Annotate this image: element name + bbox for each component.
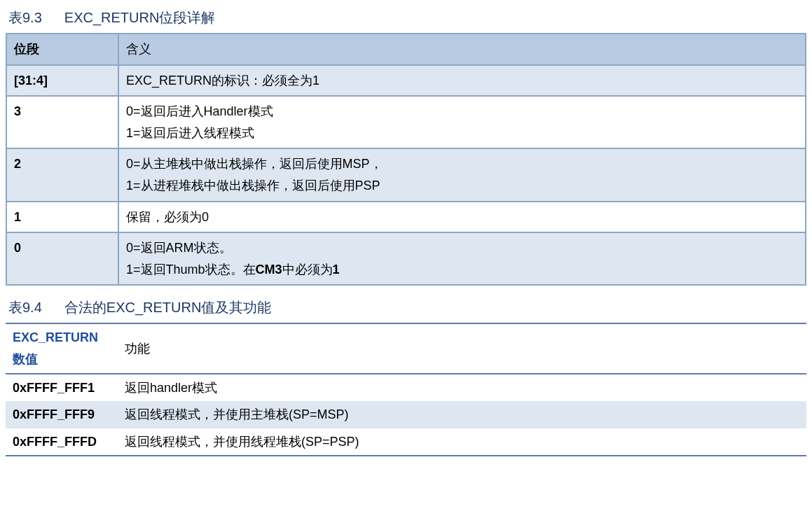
table-row: 3 0=返回后进入Handler模式 1=返回后进入线程模式 — [6, 96, 806, 148]
desc-cell: 0=从主堆栈中做出栈操作，返回后使用MSP， 1=从进程堆栈中做出栈操作，返回后… — [118, 148, 806, 201]
bits-cell: 2 — [6, 148, 118, 201]
table2-caption-text: 合法的EXC_RETURN值及其功能 — [64, 300, 272, 315]
value-cell: 0xFFFF_FFF9 — [6, 401, 118, 428]
bits-cell: [31:4] — [6, 65, 118, 97]
table-row: [31:4] EXC_RETURN的标识：必须全为1 — [6, 65, 806, 97]
table-row: 2 0=从主堆栈中做出栈操作，返回后使用MSP， 1=从进程堆栈中做出栈操作，返… — [6, 148, 806, 201]
desc-line: 0=从主堆栈中做出栈操作，返回后使用MSP， — [126, 153, 798, 175]
value-cell: 0xFFFF_FFF1 — [6, 374, 118, 402]
table-row: 1 保留，必须为0 — [6, 202, 806, 233]
desc-line: 1=返回Thumb状态。在CM3中必须为1 — [126, 259, 798, 281]
table-row: 0xFFFF_FFF9 返回线程模式，并使用主堆栈(SP=MSP) — [6, 401, 806, 428]
desc-line: 1=从进程堆栈中做出栈操作，返回后使用PSP — [126, 175, 798, 197]
table-row: 0 0=返回ARM状态。 1=返回Thumb状态。在CM3中必须为1 — [6, 232, 806, 285]
table1-header-bits: 位段 — [6, 34, 118, 65]
bits-cell: 0 — [6, 232, 118, 285]
table2-caption: 表9.4合法的EXC_RETURN值及其功能 — [6, 295, 806, 323]
desc-cell: 0=返回ARM状态。 1=返回Thumb状态。在CM3中必须为1 — [118, 232, 806, 285]
desc-line: 0=返回后进入Handler模式 — [126, 101, 798, 122]
desc-line: 1=返回后进入线程模式 — [126, 122, 798, 144]
header-line: 数值 — [13, 349, 111, 370]
header-line: EXC_RETURN — [13, 327, 111, 349]
func-cell: 返回线程模式，并使用主堆栈(SP=MSP) — [118, 401, 806, 428]
table2-caption-number: 表9.4 — [8, 300, 42, 315]
bits-cell: 1 — [6, 202, 118, 233]
func-cell: 返回线程模式，并使用线程堆栈(SP=PSP) — [118, 428, 806, 456]
table1-caption-number: 表9.3 — [8, 10, 42, 25]
table-row: 0xFFFF_FFFD 返回线程模式，并使用线程堆栈(SP=PSP) — [6, 428, 806, 456]
bits-cell: 3 — [6, 96, 118, 148]
table-row: 0xFFFF_FFF1 返回handler模式 — [6, 374, 806, 402]
table1-caption-text: EXC_RETURN位段详解 — [64, 10, 216, 25]
desc-cell: 0=返回后进入Handler模式 1=返回后进入线程模式 — [118, 96, 806, 148]
table1-caption: 表9.3EXC_RETURN位段详解 — [6, 6, 806, 33]
table1-header-meaning: 含义 — [118, 34, 806, 65]
func-cell: 返回handler模式 — [118, 374, 806, 402]
desc-cell: EXC_RETURN的标识：必须全为1 — [118, 65, 806, 97]
exc-return-values-table: EXC_RETURN 数值 功能 0xFFFF_FFF1 返回handler模式… — [6, 323, 806, 456]
desc-line: 0=返回ARM状态。 — [126, 237, 798, 259]
exc-return-bits-table: 位段 含义 [31:4] EXC_RETURN的标识：必须全为1 3 0=返回后… — [6, 33, 806, 286]
value-cell: 0xFFFF_FFFD — [6, 428, 118, 456]
desc-cell: 保留，必须为0 — [118, 202, 806, 233]
table2-header-func: 功能 — [118, 323, 806, 373]
table2-header-value: EXC_RETURN 数值 — [6, 323, 118, 373]
